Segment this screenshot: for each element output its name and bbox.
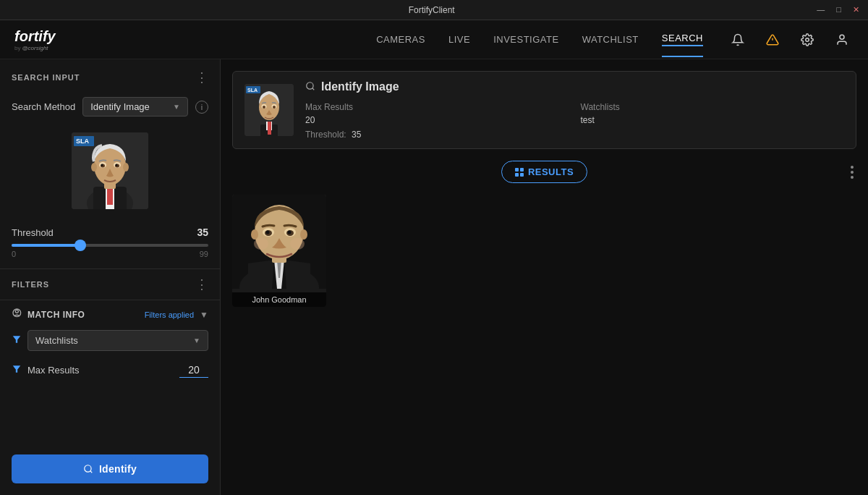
nav-investigate[interactable]: INVESTIGATE [493,34,559,45]
svg-point-36 [263,106,265,109]
search-image-preview[interactable]: SLA [72,132,148,209]
search-input-header: SEARCH INPUT ⋮ [0,59,220,93]
watchlists-key: Watchlists [581,102,845,112]
threshold-val-card: 35 [352,130,361,140]
watchlists-chevron: ▼ [193,337,200,344]
logo-by-text: by [14,45,20,51]
svg-marker-23 [13,336,21,342]
watchlists-val: test [581,115,845,125]
search-info-method: Identify Image [321,80,399,93]
search-method-row: Search Method Identify Image ▼ i [0,93,220,127]
svg-point-46 [251,229,258,240]
search-info-title: Identify Image [305,80,844,93]
notifications-button[interactable] [726,28,749,51]
svg-point-14 [123,163,129,172]
search-input-menu-icon[interactable]: ⋮ [195,69,208,85]
svg-point-3 [840,35,844,39]
window-title: FortifyClient [49,5,814,15]
max-results-filter-icon [12,364,22,376]
svg-line-39 [312,88,315,90]
search-method-value: Identify Image [90,101,150,112]
search-input-title: SEARCH INPUT [12,73,80,82]
settings-button[interactable] [796,28,819,51]
svg-point-19 [101,164,103,166]
result-person-name: John Goodman [232,292,326,307]
nav-links: CAMERAS LIVE INVESTIGATE WATCHLIST SEARC… [376,33,703,46]
nav-icons [726,28,854,51]
svg-point-55 [290,238,305,250]
match-info-row: MATCH INFO Filters applied ▼ [0,300,220,327]
identify-btn-container: Identify [0,443,220,495]
threshold-slider-container[interactable] [12,244,208,247]
svg-point-47 [300,229,307,240]
threshold-slider-track [12,244,208,247]
identify-search-icon [83,464,93,474]
minimize-button[interactable]: — [814,5,827,14]
top-nav: fortify by @corsight CAMERAS LIVE INVEST… [0,20,868,59]
logo-text: fortify [14,28,56,45]
logo-corsight-text: @corsight [22,45,48,51]
filters-header: FILTERS ⋮ [0,269,220,300]
search-method-info-icon[interactable]: i [195,101,208,114]
restore-button[interactable]: □ [833,5,844,14]
nav-watchlist[interactable]: WATCHLIST [582,34,639,45]
svg-line-26 [90,471,93,473]
search-method-select[interactable]: Identify Image ▼ [82,97,188,117]
title-bar: FortifyClient — □ ✕ [0,0,868,20]
results-button[interactable]: RESULTS [501,161,587,183]
watchlists-filter-icon [12,334,22,347]
watchlists-select-text: Watchlists [35,335,193,346]
svg-text:SLA: SLA [76,138,90,145]
result-face-svg [232,195,326,289]
threshold-section: Threshold 35 0 99 [0,219,220,268]
nav-search[interactable]: SEARCH [662,33,703,46]
max-results-row: Max Results 20 [0,358,220,385]
result-card-image [232,195,326,289]
svg-point-25 [85,465,91,472]
right-panel: SLA [221,59,868,495]
threshold-slider-thumb[interactable] [75,240,86,251]
user-button[interactable] [830,28,854,51]
result-card[interactable]: John Goodman [232,195,326,307]
filters-applied-text[interactable]: Filters applied [145,310,194,319]
watchlists-row: Watchlists ▼ [0,327,220,358]
svg-point-37 [273,106,276,109]
svg-point-22 [15,310,18,313]
warning-button[interactable] [761,28,784,51]
identify-btn-label: Identify [99,463,137,475]
search-info-card: SLA [232,71,856,149]
match-info-expand-icon[interactable]: ▼ [200,310,208,320]
filters-menu-icon[interactable]: ⋮ [195,276,208,292]
watchlists-select[interactable]: Watchlists ▼ [27,330,208,351]
svg-point-53 [288,231,292,234]
threshold-row: Threshold 35 [12,227,208,238]
nav-live[interactable]: LIVE [448,34,470,45]
search-method-chevron: ▼ [173,103,180,111]
results-grid: John Goodman [232,195,856,307]
match-info-icon [12,308,23,321]
svg-marker-24 [13,365,21,372]
max-results-value[interactable]: 20 [179,363,208,378]
match-info-label: MATCH INFO [27,310,85,320]
threshold-slider-fill [12,244,80,247]
logo: fortify by @corsight [14,28,56,51]
close-button[interactable]: ✕ [850,5,862,14]
filters-title: FILTERS [12,280,49,289]
search-method-label: Search Method [12,101,75,112]
threshold-label: Threshold [12,227,54,238]
svg-rect-32 [268,122,271,135]
search-info-search-icon [305,81,315,93]
match-info-left: MATCH INFO [12,308,85,321]
results-more-options-icon[interactable] [848,163,856,182]
left-panel: SEARCH INPUT ⋮ Search Method Identify Im… [0,59,221,495]
identify-button[interactable]: Identify [12,454,208,483]
search-info-details: Identify Image Max Results Watchlists 20… [305,80,844,140]
window-controls[interactable]: — □ ✕ [814,5,862,14]
nav-cameras[interactable]: CAMERAS [376,34,425,45]
max-results-key: Max Results [305,102,569,112]
max-results-label: Max Results [27,365,174,376]
svg-point-20 [116,164,118,166]
threshold-slider-range: 0 99 [12,250,208,258]
svg-text:SLA: SLA [247,88,258,93]
results-btn-label: RESULTS [528,166,574,177]
